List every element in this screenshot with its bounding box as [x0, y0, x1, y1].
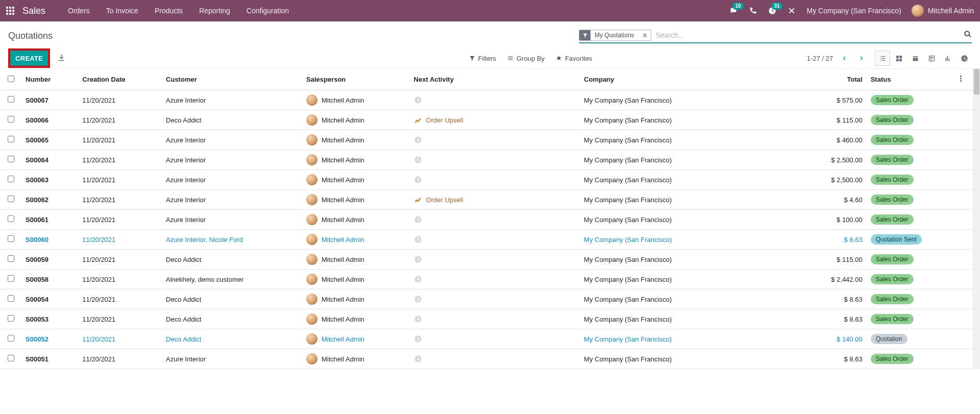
favorites-button[interactable]: Favorites [556, 55, 592, 62]
filters-button[interactable]: Filters [469, 55, 496, 62]
avatar-icon [306, 174, 317, 185]
row-checkbox[interactable] [0, 130, 21, 150]
messaging-icon[interactable]: 10 [727, 5, 740, 17]
th-date[interactable]: Creation Date [78, 69, 162, 90]
table-row[interactable]: S0005111/20/2021Azure InteriorMitchell A… [0, 349, 973, 369]
user-menu[interactable]: Mitchell Admin [912, 5, 974, 17]
th-activity[interactable]: Next Activity [410, 69, 580, 90]
table-row[interactable]: S0005411/20/2021Deco AddictMitchell Admi… [0, 289, 973, 309]
activities-icon[interactable]: 31 [766, 5, 778, 17]
avatar-icon [306, 154, 317, 165]
scrollbar-thumb[interactable] [974, 69, 979, 94]
import-icon[interactable] [57, 54, 65, 63]
create-button[interactable]: CREATE [10, 51, 48, 66]
table-row[interactable]: S0005811/20/2021Alnekhely, demo customer… [0, 270, 973, 289]
table-row[interactable]: S0005911/20/2021Deco AddictMitchell Admi… [0, 250, 973, 270]
row-checkbox[interactable] [0, 230, 21, 250]
row-checkbox[interactable] [0, 190, 21, 210]
activity-clock-icon[interactable] [414, 355, 576, 363]
activity-clock-icon[interactable] [414, 136, 576, 144]
row-checkbox[interactable] [0, 90, 21, 110]
activity-upsell[interactable]: Order Upsell [414, 116, 576, 124]
nav-link-to-invoice[interactable]: To Invoice [98, 0, 146, 21]
groupby-button[interactable]: Group By [507, 55, 545, 62]
vertical-scrollbar[interactable] [973, 69, 980, 369]
app-title[interactable]: Sales [22, 6, 45, 16]
table-row[interactable]: S0006111/20/2021Azure InteriorMitchell A… [0, 210, 973, 230]
pager-next[interactable] [855, 52, 868, 64]
svg-point-2 [960, 80, 962, 82]
pager-value[interactable]: 1-27 / 27 [807, 55, 833, 62]
activity-clock-icon[interactable] [414, 235, 576, 243]
select-all-checkbox[interactable] [0, 69, 21, 90]
row-checkbox[interactable] [0, 329, 21, 349]
view-calendar-icon[interactable] [908, 51, 923, 66]
apps-icon[interactable] [6, 7, 14, 15]
th-number[interactable]: Number [21, 69, 78, 90]
th-salesperson[interactable]: Salesperson [302, 69, 410, 90]
row-checkbox[interactable] [0, 309, 21, 329]
row-checkbox[interactable] [0, 210, 21, 230]
nav-link-orders[interactable]: Orders [60, 0, 98, 21]
th-status[interactable]: Status [867, 69, 957, 90]
cell-salesperson: Mitchell Admin [302, 170, 410, 190]
th-total[interactable]: Total [807, 69, 867, 90]
th-customer[interactable]: Customer [162, 69, 302, 90]
row-checkbox[interactable] [0, 110, 21, 130]
row-checkbox[interactable] [0, 270, 21, 289]
view-pivot-icon[interactable] [924, 51, 939, 66]
row-checkbox[interactable] [0, 170, 21, 190]
table-row[interactable]: S0006211/20/2021Azure InteriorMitchell A… [0, 190, 973, 210]
cell-total: $ 8.63 [807, 289, 867, 309]
cell-empty [956, 210, 973, 230]
row-checkbox[interactable] [0, 289, 21, 309]
main-navbar: Sales OrdersTo InvoiceProductsReportingC… [0, 0, 980, 21]
th-company[interactable]: Company [580, 69, 807, 90]
row-checkbox[interactable] [0, 250, 21, 270]
cell-date: 11/20/2021 [78, 130, 162, 150]
row-checkbox[interactable] [0, 150, 21, 170]
view-switch [875, 51, 972, 66]
cell-number: S00060 [21, 230, 78, 250]
cell-number: S00052 [21, 329, 78, 349]
cell-salesperson: Mitchell Admin [302, 250, 410, 270]
activity-clock-icon[interactable] [414, 255, 576, 263]
activity-clock-icon[interactable] [414, 275, 576, 283]
row-checkbox[interactable] [0, 349, 21, 369]
table-row[interactable]: S0006411/20/2021Azure InteriorMitchell A… [0, 150, 973, 170]
activity-clock-icon[interactable] [414, 295, 576, 303]
table-row[interactable]: S0005211/20/2021Deco AddictMitchell Admi… [0, 329, 973, 349]
table-row[interactable]: S0006711/20/2021Azure InteriorMitchell A… [0, 90, 973, 110]
cell-empty [956, 130, 973, 150]
table-row[interactable]: S0006511/20/2021Azure InteriorMitchell A… [0, 130, 973, 150]
activity-clock-icon[interactable] [414, 215, 576, 224]
favorites-label: Favorites [565, 55, 592, 62]
view-graph-icon[interactable] [940, 51, 955, 66]
th-options-icon[interactable] [956, 69, 973, 90]
activity-clock-icon[interactable] [414, 335, 576, 343]
view-kanban-icon[interactable] [891, 51, 906, 66]
close-icon[interactable]: ✕ [639, 32, 651, 39]
activity-clock-icon[interactable] [414, 156, 576, 164]
phone-icon[interactable] [747, 5, 759, 17]
search-input[interactable] [654, 29, 972, 42]
activity-clock-icon[interactable] [414, 96, 576, 104]
table-row[interactable]: S0006611/20/2021Deco AddictMitchell Admi… [0, 110, 973, 130]
pager-prev[interactable] [838, 52, 850, 64]
nav-link-products[interactable]: Products [146, 0, 191, 21]
nav-link-configuration[interactable]: Configuration [238, 0, 297, 21]
cell-customer: Deco Addict [162, 250, 302, 270]
debug-close-icon[interactable] [786, 5, 798, 17]
table-row[interactable]: S0005311/20/2021Deco AddictMitchell Admi… [0, 309, 973, 329]
table-row[interactable]: S0006311/20/2021Azure InteriorMitchell A… [0, 170, 973, 190]
company-selector[interactable]: My Company (San Francisco) [807, 7, 901, 15]
activity-clock-icon[interactable] [414, 315, 576, 323]
table-row[interactable]: S0006011/20/2021Azure Interior, Nicole F… [0, 230, 973, 250]
view-list-icon[interactable] [875, 51, 890, 66]
search-icon[interactable] [964, 30, 972, 40]
activity-upsell[interactable]: Order Upsell [414, 196, 576, 204]
view-activity-icon[interactable] [957, 51, 972, 66]
search-area[interactable]: My Quotations ✕ [579, 28, 972, 43]
nav-link-reporting[interactable]: Reporting [191, 0, 238, 21]
activity-clock-icon[interactable] [414, 176, 576, 184]
